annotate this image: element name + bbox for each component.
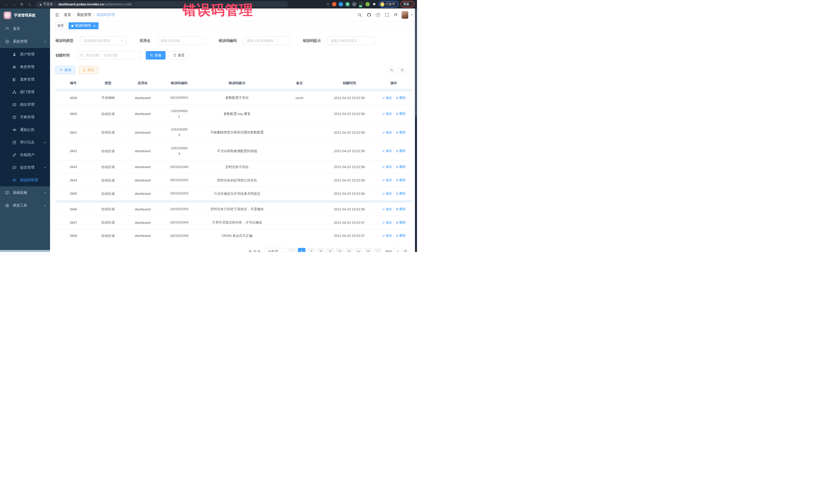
scrollbar-thumb[interactable] xyxy=(415,9,417,117)
tab-close-icon[interactable]: ✕ xyxy=(93,24,96,28)
sidebar-item-通知公告[interactable]: 通知公告 xyxy=(0,124,50,136)
error-code-input[interactable] xyxy=(247,39,287,43)
edit-link[interactable]: 修改 xyxy=(382,96,392,100)
extension-badge: on xyxy=(359,5,363,7)
edit-link[interactable]: 修改 xyxy=(382,112,392,116)
row-time: 2021-04-20 23:52:56 xyxy=(323,123,376,142)
sidebar-item-系统管理[interactable]: 系统管理 xyxy=(0,35,50,48)
edit-link[interactable]: 修改 xyxy=(382,220,392,225)
sidebar-item-岗位管理[interactable]: 岗位管理 xyxy=(0,98,50,111)
sidebar-item-部门管理[interactable]: 部门管理 xyxy=(0,86,50,98)
date-range-picker[interactable]: 开始日期 - 结束日期 xyxy=(76,51,140,60)
page-ellipsis[interactable]: ••• xyxy=(355,248,363,252)
reset-button[interactable]: 重置 xyxy=(169,51,189,60)
sidebar-item-基础设施[interactable]: 基础设施 xyxy=(0,186,50,199)
refresh-table-button[interactable] xyxy=(398,66,406,74)
export-button[interactable]: 导出 xyxy=(79,66,98,74)
delete-link[interactable]: 删除 xyxy=(396,112,406,116)
page-size-select[interactable]: 10条/页 xyxy=(264,248,286,252)
sidebar-item-错误码管理[interactable]: 错误码管理 xyxy=(0,174,50,186)
breadcrumb-system[interactable]: 系统管理 xyxy=(77,13,91,17)
browser-menu-icon[interactable] xyxy=(411,3,412,6)
vue-devtools-extension-icon[interactable]: V xyxy=(345,2,350,6)
edit-link[interactable]: 修改 xyxy=(382,178,392,182)
sidebar-item-首页[interactable]: 首页 xyxy=(0,22,50,35)
header-search-icon[interactable] xyxy=(357,13,362,17)
browser-home-icon[interactable]: ⌂ xyxy=(26,2,34,6)
edit-link[interactable]: 修改 xyxy=(382,234,392,238)
sidebar-item-字典管理[interactable]: 字典管理 xyxy=(0,111,50,124)
delete-link[interactable]: 删除 xyxy=(396,220,406,225)
bookmark-star-icon[interactable]: ☆ xyxy=(326,2,329,7)
browser-back-icon[interactable]: ← xyxy=(3,2,10,6)
sidebar-item-短信管理[interactable]: 短信管理 xyxy=(0,161,50,174)
edit-link[interactable]: 修改 xyxy=(382,192,392,196)
select-chevron-icon xyxy=(120,39,124,42)
app-logo-row[interactable]: 芋道管理系统 xyxy=(0,8,50,22)
edit-link[interactable]: 修改 xyxy=(382,165,392,169)
hamburger-icon[interactable] xyxy=(54,13,60,17)
key-extension-icon[interactable] xyxy=(366,2,370,6)
sidebar-item-研发工具[interactable]: 研发工具 xyxy=(0,199,50,212)
address-bar[interactable]: ▲ 不安全 dashboard.yudao.iocoder.cn /system… xyxy=(36,1,288,7)
prev-page-button[interactable]: ‹ xyxy=(288,248,296,252)
delete-link[interactable]: 删除 xyxy=(396,207,406,212)
puzzle-extension-icon[interactable] xyxy=(372,2,376,6)
row-time: 2021-04-20 23:52:56 xyxy=(323,187,376,201)
page-button-4[interactable]: 4 xyxy=(326,248,334,252)
next-page-button[interactable]: › xyxy=(374,248,381,252)
app-name-input[interactable] xyxy=(160,39,202,43)
avatar-caret-icon[interactable]: ▾ xyxy=(411,13,412,17)
switchy-extension-icon[interactable]: on xyxy=(359,2,363,6)
edit-link[interactable]: 修改 xyxy=(382,149,392,153)
edit-link[interactable]: 修改 xyxy=(382,130,392,135)
delete-link[interactable]: 删除 xyxy=(396,149,406,153)
delete-link[interactable]: 删除 xyxy=(396,96,406,100)
page-button-5[interactable]: 5 xyxy=(336,248,343,252)
page-button-1[interactable]: 1 xyxy=(298,248,305,252)
breadcrumb-home[interactable]: 首页 xyxy=(64,13,71,17)
sidebar-item-在线用户[interactable]: 在线用户 xyxy=(0,149,50,161)
error-msg-input[interactable] xyxy=(331,39,372,43)
sidebar-item-用户管理[interactable]: 用户管理 xyxy=(0,48,50,61)
edit-link[interactable]: 修改 xyxy=(382,207,392,212)
delete-link[interactable]: 删除 xyxy=(396,178,406,182)
fullscreen-icon[interactable] xyxy=(385,13,389,17)
search-button[interactable]: 搜索 xyxy=(146,51,166,60)
github-icon[interactable] xyxy=(367,13,371,17)
pencil-icon xyxy=(382,131,385,134)
tab-active-dot xyxy=(71,25,73,27)
page-scrollbar[interactable] xyxy=(415,8,417,252)
add-button[interactable]: 新增 xyxy=(56,66,75,74)
help-icon[interactable]: ? xyxy=(376,13,380,17)
tab-error-code[interactable]: 错误码管理 ✕ xyxy=(68,22,98,29)
browser-update-button[interactable]: 更新 xyxy=(400,1,414,7)
font-size-icon[interactable]: TT xyxy=(394,13,397,17)
row-code: 1001001001 xyxy=(160,174,198,187)
delete-link[interactable]: 删除 xyxy=(396,192,406,196)
page-button-2[interactable]: 2 xyxy=(307,248,315,252)
orange-ring-extension-icon[interactable] xyxy=(332,2,336,6)
browser-forward-icon[interactable]: → xyxy=(10,2,18,6)
row-actions: 修改删除 xyxy=(376,229,412,242)
sidebar-item-审计日志[interactable]: 审计日志 xyxy=(0,136,50,149)
sidebar-scrollbar[interactable] xyxy=(0,250,50,252)
page-button-3[interactable]: 3 xyxy=(317,248,324,252)
delete-link[interactable]: 删除 xyxy=(396,165,406,169)
extension-paused-chip[interactable]: 已暂停 xyxy=(379,1,398,7)
error-type-select[interactable]: 请选择错误码类型 xyxy=(80,37,127,45)
browser-reload-icon[interactable]: ↻ xyxy=(18,2,26,7)
delete-link[interactable]: 删除 xyxy=(396,234,406,238)
grid-extension-icon[interactable] xyxy=(352,2,356,6)
toggle-search-button[interactable] xyxy=(388,66,395,74)
user-avatar[interactable] xyxy=(402,11,408,19)
page-button-8[interactable]: 8 xyxy=(365,248,372,252)
tab-home[interactable]: 首页 xyxy=(54,22,67,29)
sidebar-item-菜单管理[interactable]: 菜单管理 xyxy=(0,73,50,86)
goto-page-input[interactable] xyxy=(394,250,402,252)
page-button-6[interactable]: 6 xyxy=(345,248,353,252)
sidebar-item-角色管理[interactable]: 角色管理 xyxy=(0,61,50,73)
delete-link[interactable]: 删除 xyxy=(396,130,406,135)
blue-drop-extension-icon[interactable] xyxy=(339,2,343,6)
row-code: 100100000 2 xyxy=(160,105,198,123)
